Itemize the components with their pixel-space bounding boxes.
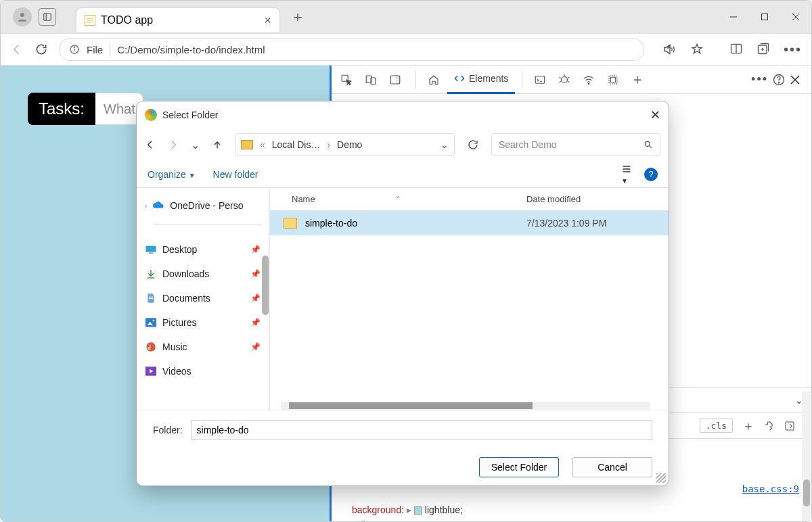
- svg-point-53: [146, 342, 155, 351]
- browser-title-bar: TODO app × ＋: [1, 1, 811, 33]
- breadcrumb-dropdown[interactable]: ⌄: [441, 139, 449, 150]
- sidebar-item-videos[interactable]: Videos: [141, 359, 265, 383]
- downloads-icon: [145, 268, 157, 280]
- collections-icon[interactable]: [757, 42, 770, 57]
- sidebar-item-documents[interactable]: Documents📌: [141, 286, 265, 310]
- svg-point-12: [74, 47, 74, 47]
- dialog-back-button[interactable]: [145, 139, 156, 150]
- view-options-button[interactable]: ▼: [621, 164, 632, 185]
- new-style-rule-icon[interactable]: ＋: [742, 418, 754, 434]
- inspect-icon[interactable]: [336, 69, 357, 91]
- videos-icon: [145, 365, 157, 377]
- window-close-button[interactable]: [780, 1, 811, 32]
- svg-point-26: [562, 76, 568, 82]
- favorites-icon[interactable]: [690, 43, 704, 56]
- profile-avatar[interactable]: [13, 7, 32, 26]
- elements-tab[interactable]: Elements: [447, 66, 515, 94]
- sidebar-item-music[interactable]: Music📌: [141, 335, 265, 359]
- select-folder-button[interactable]: Select Folder: [479, 457, 559, 477]
- command-menu-icon[interactable]: [529, 69, 551, 91]
- list-row[interactable]: simple-to-do 7/13/2023 1:09 PM: [270, 211, 669, 235]
- breadcrumb[interactable]: « Local Dis… › Demo ⌄: [235, 133, 455, 156]
- pin-icon: 📌: [250, 245, 261, 254]
- new-folder-button[interactable]: New folder: [213, 169, 258, 180]
- css-source-link[interactable]: base.css:9: [742, 483, 799, 494]
- more-icon[interactable]: •••: [784, 42, 802, 57]
- resize-grip[interactable]: [656, 473, 666, 483]
- dialog-button-row: Select Folder Cancel: [137, 449, 669, 485]
- window-maximize-button[interactable]: [749, 1, 780, 32]
- list-header[interactable]: Name˄ Date modified: [270, 188, 669, 211]
- dialog-recent-dropdown[interactable]: ⌄: [191, 139, 200, 151]
- pin-icon: 📌: [250, 269, 261, 279]
- svg-rect-49: [149, 298, 153, 299]
- dock-side-icon[interactable]: [384, 69, 406, 91]
- page-favicon: [85, 15, 95, 26]
- device-emulation-icon[interactable]: [360, 69, 382, 91]
- sidebar-item-onedrive[interactable]: › OneDrive - Perso: [141, 193, 265, 218]
- svg-rect-45: [146, 246, 156, 252]
- dialog-toolbar: Organize ▼ New folder ▼ ?: [137, 161, 669, 188]
- computed-panel-icon[interactable]: [784, 421, 795, 431]
- row-date: 7/13/2023 1:09 PM: [526, 218, 669, 229]
- sidebar-item-pictures[interactable]: Pictures📌: [141, 310, 265, 335]
- styles-scrollbar[interactable]: [802, 392, 811, 521]
- css-rule-block[interactable]: background: ▸ lightblue; color: #111;: [352, 502, 463, 522]
- sidebar-scrollbar[interactable]: [262, 256, 269, 315]
- svg-rect-48: [149, 297, 153, 298]
- workspaces-icon[interactable]: [39, 8, 56, 26]
- devtools-close-icon[interactable]: [790, 74, 800, 85]
- toggle-common-dir-icon[interactable]: [764, 421, 775, 431]
- svg-line-41: [650, 146, 652, 148]
- url-field[interactable]: File C:/Demo/simple-to-do/index.html: [59, 38, 644, 61]
- network-conditions-icon[interactable]: [578, 69, 600, 91]
- settings-icon[interactable]: [602, 69, 624, 91]
- svg-line-28: [568, 77, 570, 78]
- devtools-help-icon[interactable]: [772, 73, 786, 87]
- dialog-nav-row: ⌄ « Local Dis… › Demo ⌄ Search Demo: [137, 128, 669, 161]
- more-tabs-icon[interactable]: ＋: [627, 69, 648, 91]
- breadcrumb-folder[interactable]: Demo: [337, 139, 362, 150]
- pin-icon: 📌: [250, 318, 261, 327]
- url-divider: [110, 43, 110, 55]
- dialog-forward-button[interactable]: [168, 139, 179, 150]
- dialog-close-button[interactable]: ✕: [650, 108, 660, 122]
- issues-icon[interactable]: [554, 69, 575, 91]
- split-screen-icon[interactable]: [729, 42, 743, 57]
- welcome-tab-icon[interactable]: [423, 69, 445, 91]
- tab-close-button[interactable]: ×: [264, 14, 271, 28]
- browser-tab[interactable]: TODO app ×: [76, 8, 279, 32]
- devtools-more-icon[interactable]: •••: [751, 72, 768, 87]
- cls-toggle[interactable]: .cls: [700, 419, 733, 433]
- svg-rect-50: [145, 318, 156, 327]
- dialog-refresh-button[interactable]: [467, 139, 479, 151]
- window-controls: [718, 1, 811, 32]
- sidebar-item-downloads[interactable]: Downloads📌: [141, 262, 265, 286]
- folder-name-input[interactable]: [191, 420, 652, 440]
- nav-refresh-button[interactable]: [35, 43, 48, 56]
- read-aloud-icon[interactable]: A: [663, 43, 677, 56]
- svg-rect-23: [397, 76, 400, 84]
- col-date-header[interactable]: Date modified: [526, 194, 669, 204]
- col-name-header[interactable]: Name: [292, 194, 315, 204]
- search-placeholder: Search Demo: [499, 139, 644, 150]
- new-tab-button[interactable]: ＋: [290, 7, 305, 27]
- organize-button[interactable]: Organize ▼: [148, 169, 196, 180]
- svg-point-40: [645, 141, 650, 146]
- cloud-icon: [152, 199, 164, 212]
- dialog-search-input[interactable]: Search Demo: [491, 133, 660, 156]
- dialog-up-button[interactable]: [212, 139, 223, 150]
- help-button[interactable]: ?: [644, 168, 658, 181]
- window-minimize-button[interactable]: [718, 1, 749, 32]
- dialog-sidebar: › OneDrive - Perso Desktop📌 Downloads📌 D…: [137, 188, 269, 410]
- svg-text:A: A: [668, 45, 671, 49]
- nav-back-button[interactable]: [10, 43, 24, 56]
- svg-rect-7: [762, 14, 768, 20]
- list-horizontal-scrollbar[interactable]: [281, 402, 650, 410]
- breadcrumb-drive[interactable]: Local Dis…: [272, 139, 321, 150]
- svg-point-52: [153, 320, 155, 322]
- cancel-button[interactable]: Cancel: [572, 457, 652, 477]
- sidebar-item-desktop[interactable]: Desktop📌: [141, 237, 265, 262]
- dialog-file-list: Name˄ Date modified simple-to-do 7/13/20…: [269, 188, 669, 410]
- pin-icon: 📌: [250, 342, 261, 352]
